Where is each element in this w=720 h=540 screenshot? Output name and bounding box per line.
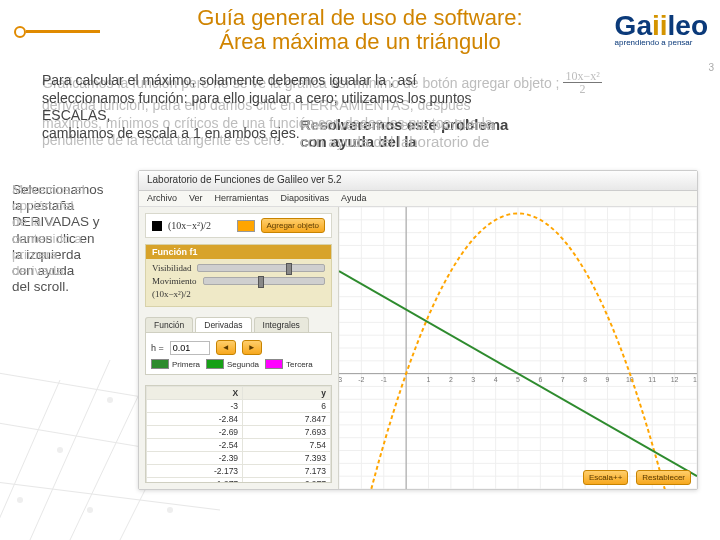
tab-integrales[interactable]: Integrales xyxy=(254,317,309,332)
menu-item[interactable]: Ayuda xyxy=(341,193,366,204)
tab-función[interactable]: Función xyxy=(145,317,193,332)
chart-svg: -3-2-112345678910111213 xyxy=(339,207,697,489)
menu-item[interactable]: Herramientas xyxy=(215,193,269,204)
svg-point-9 xyxy=(107,397,113,403)
svg-text:4: 4 xyxy=(494,376,498,383)
function-section: Función f1 Visibilidad Movimiento (10x−x… xyxy=(145,244,332,307)
function-section-title: Función f1 xyxy=(146,245,331,259)
visibility-slider[interactable] xyxy=(197,264,325,272)
title-bullet xyxy=(14,28,100,34)
data-table: Xy-36-2.847.847-2.697.693-2.547.54-2.397… xyxy=(145,385,332,483)
reset-button[interactable]: Restablecer xyxy=(636,470,691,485)
svg-point-7 xyxy=(17,497,23,503)
function-expression: (10x−x²)/2 xyxy=(168,220,211,231)
app-window: Laboratorio de Funciones de Galileo ver … xyxy=(138,170,698,490)
sub-headline: Resolveremos este problemacon ayuda del … xyxy=(300,116,680,150)
left-instruction-text: Movemos elSeleccionamosopción della pest… xyxy=(12,182,124,295)
menu-item[interactable]: Ver xyxy=(189,193,203,204)
app-menubar: ArchivoVerHerramientasDiapositivasAyuda xyxy=(139,191,697,207)
svg-line-0 xyxy=(0,380,60,540)
svg-text:7: 7 xyxy=(561,376,565,383)
derivative-chip[interactable]: Segunda xyxy=(206,359,259,369)
derivative-chip[interactable]: Primera xyxy=(151,359,200,369)
tab-bar: FunciónDerivadasIntegrales xyxy=(145,317,332,332)
svg-text:12: 12 xyxy=(671,376,679,383)
page-title: Guía general de uso de software: Área má… xyxy=(0,0,720,54)
svg-text:3: 3 xyxy=(471,376,475,383)
app-left-panel: (10x−x²)/2 Agregar objeto Función f1 Vis… xyxy=(139,207,339,489)
color-chip[interactable] xyxy=(237,220,255,232)
add-object-button[interactable]: Agregar objeto xyxy=(261,218,325,233)
svg-text:11: 11 xyxy=(648,376,656,383)
svg-text:9: 9 xyxy=(606,376,610,383)
svg-point-12 xyxy=(167,507,173,513)
scroll-left-button[interactable]: ◄ xyxy=(216,340,236,355)
scroll-right-button[interactable]: ► xyxy=(242,340,262,355)
title-line1: Guía general de uso de software: xyxy=(197,5,522,30)
svg-text:1: 1 xyxy=(427,376,431,383)
svg-text:-2: -2 xyxy=(358,376,364,383)
svg-text:6: 6 xyxy=(538,376,542,383)
page-number: 3 xyxy=(708,62,714,73)
derivatives-panel: h = ◄ ► PrimeraSegundaTercera xyxy=(145,332,332,375)
derivative-chip[interactable]: Tercera xyxy=(265,359,313,369)
title-line2: Área máxima de un triángulo xyxy=(219,29,500,54)
h-label: h = xyxy=(151,343,164,353)
svg-point-11 xyxy=(87,507,93,513)
svg-text:2: 2 xyxy=(449,376,453,383)
svg-line-1 xyxy=(30,360,110,540)
svg-text:8: 8 xyxy=(583,376,587,383)
menu-item[interactable]: Archivo xyxy=(147,193,177,204)
app-titlebar: Laboratorio de Funciones de Galileo ver … xyxy=(139,171,697,191)
h-input[interactable] xyxy=(170,341,210,355)
svg-text:13: 13 xyxy=(693,376,697,383)
function-strip: (10x−x²)/2 Agregar objeto xyxy=(145,213,332,238)
tab-derivadas[interactable]: Derivadas xyxy=(195,317,251,332)
brand-logo: Gaiileo aprendiendo a pensar xyxy=(615,10,708,47)
svg-text:-1: -1 xyxy=(381,376,387,383)
scale-button[interactable]: Escala++ xyxy=(583,470,628,485)
movement-slider[interactable] xyxy=(203,277,326,285)
plot-area: -3-2-112345678910111213 Escala++ Restabl… xyxy=(339,207,697,489)
svg-text:5: 5 xyxy=(516,376,520,383)
svg-text:-3: -3 xyxy=(339,376,342,383)
menu-item[interactable]: Diapositivas xyxy=(281,193,330,204)
visibility-swatch[interactable] xyxy=(152,221,162,231)
svg-point-8 xyxy=(57,447,63,453)
